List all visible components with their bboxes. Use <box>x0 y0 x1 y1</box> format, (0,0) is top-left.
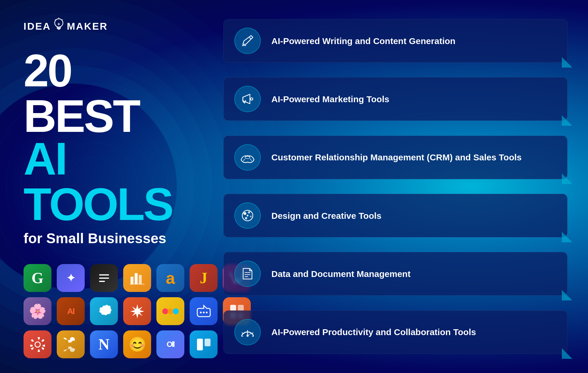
logo-maker: MAKER <box>67 21 108 32</box>
svg-rect-13 <box>139 275 142 284</box>
main-container: IDEA MAKER <box>0 0 588 373</box>
app-icon-trello <box>190 330 218 358</box>
svg-line-43 <box>242 333 243 333</box>
app-icon-monday <box>156 297 184 325</box>
app-icons-section: G ✦ <box>24 264 185 358</box>
headline-ai-tools: AI TOOLS <box>24 136 185 227</box>
productivity-icon-circle <box>234 319 261 345</box>
category-title-design: Design and Creative Tools <box>271 210 382 221</box>
svg-rect-10 <box>99 281 105 282</box>
category-card-data: Data and Document Management <box>223 252 567 295</box>
category-card-productivity: AI-Powered Productivity and Collaboratio… <box>223 310 567 354</box>
app-icon-otter: Oll <box>156 330 184 358</box>
app-icons-row-3: N 😊 Oll <box>24 330 185 358</box>
app-icons-row-2: 🌸 AI <box>24 297 185 325</box>
category-title-crm: Customer Relationship Management (CRM) a… <box>271 152 522 163</box>
svg-point-33 <box>245 217 247 219</box>
category-card-design: Design and Creative Tools <box>223 194 567 237</box>
svg-line-4 <box>62 19 63 20</box>
crm-icon-circle <box>234 144 261 171</box>
svg-rect-22 <box>238 305 244 311</box>
logo: IDEA MAKER <box>24 18 185 35</box>
app-icon-salesforce <box>90 297 118 325</box>
app-icon-chart <box>123 264 151 292</box>
headline-section: 20 BEST AI TOOLS for Small Businesses <box>24 35 185 252</box>
app-icons-row-1: G ✦ <box>24 264 185 292</box>
svg-point-15 <box>162 308 168 314</box>
app-icon-freshchat: 😊 <box>123 330 151 358</box>
svg-point-30 <box>243 212 246 215</box>
app-icon-notion: N <box>90 330 118 358</box>
category-title-productivity: AI-Powered Productivity and Collaboratio… <box>271 326 476 338</box>
svg-rect-12 <box>135 273 138 284</box>
category-title-marketing: AI-Powered Marketing Tools <box>271 93 389 105</box>
headline-number: 20 BEST <box>24 48 185 139</box>
data-icon-circle <box>234 261 261 287</box>
app-icon-stars-ai: ✦ <box>57 264 85 292</box>
category-card-writing: AI-Powered Writing and Content Generatio… <box>223 19 567 63</box>
svg-rect-26 <box>197 339 203 350</box>
category-title-data: Data and Document Management <box>271 268 410 280</box>
app-icon-spoke <box>190 297 218 325</box>
category-card-crm: Customer Relationship Management (CRM) a… <box>223 136 567 179</box>
category-title-writing: AI-Powered Writing and Content Generatio… <box>271 35 455 47</box>
app-icon-zapier <box>123 297 151 325</box>
svg-point-20 <box>206 312 208 313</box>
svg-rect-21 <box>230 305 236 311</box>
app-icon-amazon: a <box>156 264 184 292</box>
app-icon-grammarly: G <box>24 264 51 292</box>
app-icon-joomla <box>57 330 85 358</box>
app-icon-ai-chat: AI <box>57 297 85 325</box>
svg-rect-9 <box>99 278 109 279</box>
svg-line-5 <box>55 19 56 20</box>
svg-point-31 <box>248 211 250 214</box>
logo-idea: IDEA <box>24 21 51 32</box>
svg-point-18 <box>200 312 202 313</box>
marketing-icon-circle <box>234 86 261 112</box>
svg-rect-27 <box>205 339 211 346</box>
svg-point-16 <box>168 308 173 314</box>
svg-rect-14 <box>130 284 145 285</box>
app-icon-jasper: J <box>190 264 218 292</box>
svg-point-32 <box>250 216 252 217</box>
right-panel: AI-Powered Writing and Content Generatio… <box>200 0 588 373</box>
svg-point-19 <box>203 312 205 313</box>
svg-point-28 <box>250 98 253 100</box>
svg-point-25 <box>35 342 40 347</box>
design-icon-circle <box>234 202 261 229</box>
logo-text: IDEA MAKER <box>24 18 108 35</box>
category-card-marketing: AI-Powered Marketing Tools <box>223 77 567 121</box>
svg-point-40 <box>247 335 249 337</box>
svg-rect-11 <box>131 277 133 284</box>
svg-point-17 <box>173 308 179 314</box>
left-panel: IDEA MAKER <box>0 0 200 373</box>
headline-subtitle: for Small Businesses <box>24 232 185 245</box>
svg-point-34 <box>247 215 248 216</box>
app-icon-gear <box>24 330 51 358</box>
logo-bulb-icon <box>53 18 64 35</box>
app-icon-notion-ai: 🌸 <box>24 297 51 325</box>
svg-rect-8 <box>99 274 109 275</box>
app-icon-dark-list <box>90 264 118 292</box>
svg-line-44 <box>252 333 253 333</box>
writing-icon-circle <box>234 28 261 54</box>
